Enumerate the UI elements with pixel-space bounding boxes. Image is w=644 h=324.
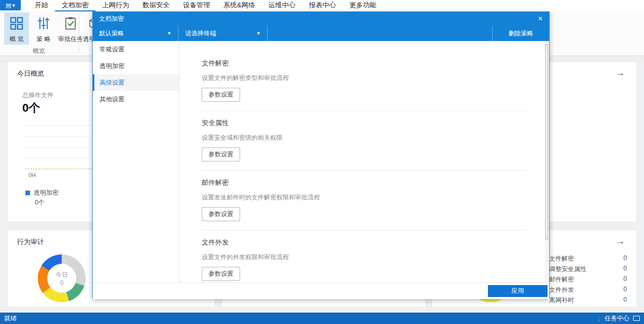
menu-bar: ▤ ▾ 开始 文档加密 上网行为 数据安全 设备管理 系统&网络 运维中心 报表… <box>0 0 644 11</box>
dialog-title: 文档加密 <box>99 15 124 23</box>
section-title: 文件解密 <box>202 59 547 68</box>
dialog-toolbar: 默认策略 ▼ 请选择终端 ▼ 删除策略 <box>93 25 549 41</box>
panel-title: 行为审计 <box>17 237 44 247</box>
sliders-icon <box>37 17 50 32</box>
ribbon-tile-overview[interactable]: 概 览 <box>4 12 29 45</box>
legend-value: 0个 <box>35 198 45 207</box>
menu-item-more[interactable]: 更多功能 <box>343 0 383 11</box>
close-icon[interactable]: ✕ <box>538 15 543 22</box>
section-title: 邮件解密 <box>202 178 547 187</box>
status-ready-text: 就绪 <box>4 314 17 323</box>
action-value: 0 <box>623 265 627 274</box>
action-value: 0 <box>623 254 627 263</box>
ribbon-tile-label: 策 略 <box>36 35 50 44</box>
caret-down-icon: ▾ <box>12 2 15 9</box>
scrollbar-thumb[interactable] <box>545 44 548 239</box>
delete-policy-button[interactable]: 删除策略 <box>492 25 549 41</box>
section-title: 安全属性 <box>202 118 547 128</box>
dialog-sidebar: 常规设置 透明加密 高级设置 其他设置 <box>93 41 179 282</box>
section-divider <box>202 170 526 171</box>
section-description: 设置文件的外发权限和审批流程 <box>202 253 547 262</box>
parameter-settings-button[interactable]: 参数设置 <box>202 147 240 161</box>
chevron-down-icon: ▼ <box>167 31 172 36</box>
menu-item-ops-center[interactable]: 运维中心 <box>262 0 302 11</box>
ribbon-tile-label: 概 览 <box>9 35 23 44</box>
action-label: 邮件解密 <box>549 275 574 284</box>
metric-label: 总操作文件 <box>22 91 53 100</box>
download-arrow-icon: ↓ <box>598 315 601 322</box>
action-row: 离网补时0 <box>549 296 627 305</box>
sidebar-item-transparent-encryption[interactable]: 透明加密 <box>93 58 179 74</box>
action-row: 文件解密0 <box>549 254 627 263</box>
monitor-icon[interactable] <box>633 316 640 321</box>
ribbon-tile-approval-tasks[interactable]: 审批任务 <box>57 12 84 45</box>
clipboard-check-icon <box>64 17 77 32</box>
task-center-button[interactable]: 任务中心 <box>605 314 629 323</box>
dialog-footer: 应用 <box>93 282 549 299</box>
action-row: 调整安全属性0 <box>549 265 627 274</box>
action-value: 0 <box>623 286 627 294</box>
document-encryption-dialog: 文档加密 ✕ 默认策略 ▼ 请选择终端 ▼ 删除策略 常规设置 透明加密 高级设… <box>92 11 550 299</box>
menu-item-device-mgmt[interactable]: 设备管理 <box>176 0 217 11</box>
donut-center-label: 今日 <box>55 271 68 279</box>
overview-grid-icon <box>10 17 23 32</box>
dropdown-value: 默认策略 <box>99 29 124 38</box>
select-terminal-dropdown[interactable]: 请选择终端 ▼ <box>179 25 268 41</box>
legend-label: 透明加密 <box>34 188 59 197</box>
section-file-outgoing: 文件外发 设置文件的外发权限和审批流程 参数设置 <box>202 238 547 282</box>
parameter-settings-button[interactable]: 参数设置 <box>202 207 240 221</box>
metric-value: 0个 <box>22 100 40 116</box>
section-security-attributes: 安全属性 设置安全域和密级的相关权限 参数设置 <box>202 118 547 171</box>
ribbon-group-divider <box>79 14 79 52</box>
arrow-right-icon[interactable]: → <box>616 236 625 247</box>
parameter-settings-button[interactable]: 参数设置 <box>202 88 240 102</box>
apply-button[interactable]: 应用 <box>488 285 548 297</box>
default-policy-dropdown[interactable]: 默认策略 ▼ <box>93 25 178 41</box>
section-description: 设置文件的解密类型和审批流程 <box>202 74 547 83</box>
ribbon-group-label: 概览 <box>16 47 62 56</box>
section-divider <box>202 111 526 111</box>
sidebar-item-advanced-settings[interactable]: 高级设置 <box>93 74 179 91</box>
app-menu-button[interactable]: ▤ ▾ <box>0 0 21 10</box>
section-divider <box>202 230 526 231</box>
dialog-title-bar: 文档加密 ✕ <box>93 12 549 25</box>
menu-item-system-network[interactable]: 系统&网络 <box>217 0 262 11</box>
section-mail-decryption: 邮件解密 设置发送邮件时的文件解密权限和审批流程 参数设置 <box>202 178 547 231</box>
action-row: 文件外发0 <box>549 286 627 294</box>
chevron-down-icon: ▼ <box>256 31 261 36</box>
dropdown-value: 请选择终端 <box>185 29 216 38</box>
donut-center-value: 0 <box>60 279 64 287</box>
menu-items: 开始 文档加密 上网行为 数据安全 设备管理 系统&网络 运维中心 报表中心 更… <box>28 0 383 11</box>
menu-item-doc-encryption[interactable]: 文档加密 <box>55 0 95 11</box>
action-label: 文件解密 <box>549 254 574 263</box>
app-menu-icon: ▤ <box>6 2 11 9</box>
action-value: 0 <box>623 275 627 284</box>
panel-title: 今日概览 <box>17 69 44 78</box>
arrow-right-icon[interactable]: → <box>616 68 625 78</box>
action-label: 离网补时 <box>549 296 574 305</box>
menu-item-start[interactable]: 开始 <box>28 0 55 11</box>
legend-swatch-blue <box>25 191 30 195</box>
menu-item-data-security[interactable]: 数据安全 <box>136 0 176 11</box>
action-value: 0 <box>623 296 627 305</box>
status-bar: 就绪 ↓ 任务中心 <box>0 313 644 324</box>
action-label: 调整安全属性 <box>549 265 586 274</box>
behavior-audit-donut-chart: 今日 0 <box>38 254 86 302</box>
section-description: 设置发送邮件时的文件解密权限和审批流程 <box>202 193 547 202</box>
sidebar-item-other-settings[interactable]: 其他设置 <box>93 91 179 107</box>
menu-item-report-center[interactable]: 报表中心 <box>302 0 343 11</box>
x-axis-tick-label: 0H <box>29 172 36 178</box>
section-description: 设置安全域和密级的相关权限 <box>202 133 547 142</box>
parameter-settings-button[interactable]: 参数设置 <box>202 267 240 281</box>
ribbon-tile-policy[interactable]: 策 略 <box>31 12 56 45</box>
dialog-content: 文件解密 设置文件的解密类型和审批流程 参数设置 安全属性 设置安全域和密级的相… <box>179 41 547 282</box>
action-row: 邮件解密0 <box>549 275 627 284</box>
sidebar-item-general-settings[interactable]: 常规设置 <box>93 41 179 58</box>
section-title: 文件外发 <box>202 238 547 247</box>
section-file-decryption: 文件解密 设置文件的解密类型和审批流程 参数设置 <box>202 59 547 111</box>
action-label: 文件外发 <box>549 286 574 294</box>
menu-item-web-behavior[interactable]: 上网行为 <box>95 0 136 11</box>
